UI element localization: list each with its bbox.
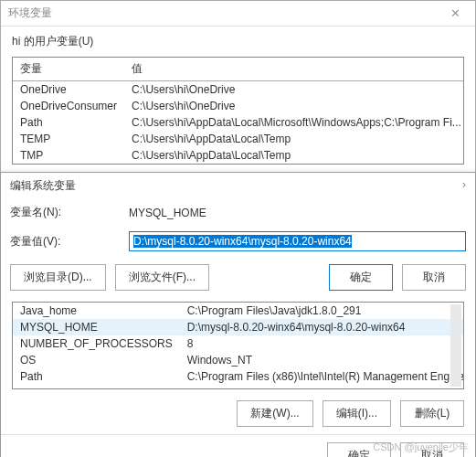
modal-titlebar: 编辑系统变量 › bbox=[1, 173, 475, 199]
table-row: PathC:\Program Files (x86)\Intel\Intel(R… bbox=[13, 368, 464, 385]
var-name-value[interactable]: MYSQL_HOME bbox=[129, 207, 466, 219]
table-row: PATHEXT.COM;.EXE;.BAT;.CMD;.VBS;.VBE;.JS… bbox=[13, 385, 464, 389]
col-value[interactable]: 值 bbox=[124, 58, 464, 81]
ok-button[interactable]: 确定 bbox=[329, 264, 393, 291]
table-row: TEMPC:\Users\hi\AppData\Local\Temp bbox=[13, 131, 464, 147]
edit-button[interactable]: 编辑(I)... bbox=[323, 400, 391, 427]
titlebar: 环境变量 ✕ bbox=[1, 1, 475, 27]
user-vars-label: hi 的用户变量(U) bbox=[1, 27, 475, 53]
scrollbar[interactable] bbox=[450, 304, 461, 387]
table-row: TMPC:\Users\hi\AppData\Local\Temp bbox=[13, 147, 464, 164]
sys-vars-table[interactable]: Java_homeC:\Program Files\Java\jdk1.8.0_… bbox=[12, 302, 464, 389]
col-name[interactable]: 变量 bbox=[13, 58, 124, 81]
browse-dir-button[interactable]: 浏览目录(D)... bbox=[10, 264, 106, 291]
table-row: OneDriveConsumerC:\Users\hi\OneDrive bbox=[13, 98, 464, 114]
edit-sysvar-dialog: 编辑系统变量 › 变量名(N): MYSQL_HOME 变量值(V): D:\m… bbox=[0, 172, 476, 457]
chevron-right-icon: › bbox=[462, 178, 466, 194]
table-row: OSWindows_NT bbox=[13, 352, 464, 368]
new-button[interactable]: 新建(W)... bbox=[237, 400, 312, 427]
table-row: Java_homeC:\Program Files\Java\jdk1.8.0_… bbox=[13, 303, 464, 319]
close-icon[interactable]: ✕ bbox=[443, 6, 468, 20]
table-row: PathC:\Users\hi\AppData\Local\Microsoft\… bbox=[13, 114, 464, 131]
watermark: CSDN @juvenile少年 bbox=[373, 441, 469, 454]
modal-title: 编辑系统变量 bbox=[10, 178, 76, 194]
delete-button[interactable]: 删除(L) bbox=[400, 400, 464, 427]
table-row: OneDriveC:\Users\hi\OneDrive bbox=[13, 81, 464, 99]
var-value-input[interactable]: D:\mysql-8.0.20-winx64\mysql-8.0.20-winx… bbox=[129, 231, 466, 251]
var-name-label: 变量名(N): bbox=[10, 205, 129, 220]
cancel-button[interactable]: 取消 bbox=[402, 264, 466, 291]
user-vars-table[interactable]: 变量 值 OneDriveC:\Users\hi\OneDrive OneDri… bbox=[12, 57, 464, 165]
table-row: NUMBER_OF_PROCESSORS8 bbox=[13, 335, 464, 352]
browse-file-button[interactable]: 浏览文件(F)... bbox=[115, 264, 209, 291]
var-value-label: 变量值(V): bbox=[10, 234, 129, 250]
table-row: MYSQL_HOMED:\mysql-8.0.20-winx64\mysql-8… bbox=[13, 319, 464, 335]
window-title: 环境变量 bbox=[8, 5, 52, 21]
